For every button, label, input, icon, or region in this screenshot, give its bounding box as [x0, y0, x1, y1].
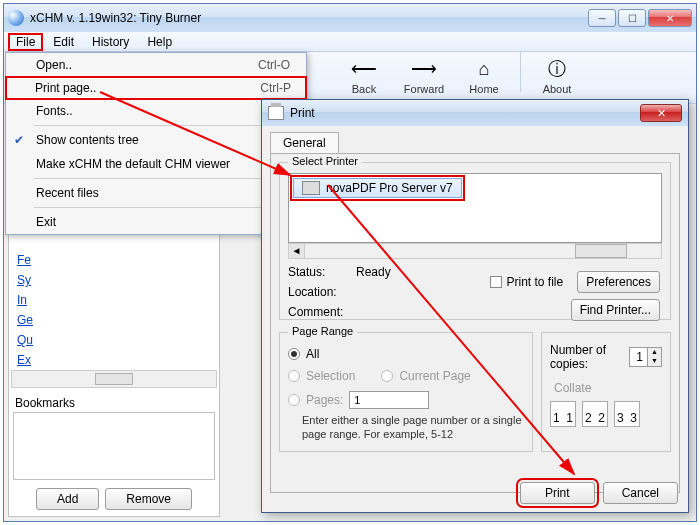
- radio-pages: Pages:: [288, 391, 524, 409]
- dialog-title: Print: [290, 106, 640, 120]
- tab-general[interactable]: General: [270, 132, 339, 153]
- radio-selection: Selection: [288, 369, 355, 383]
- copies-spinner[interactable]: 1 ▲▼: [629, 347, 662, 367]
- group-label: Select Printer: [288, 155, 362, 167]
- toolbar-about[interactable]: ⓘ About: [529, 52, 585, 100]
- back-icon: ⟵: [352, 57, 376, 81]
- group-copies: Number of copies: 1 ▲▼ Collate 11 22 33: [541, 332, 671, 452]
- checkbox-icon: [490, 276, 502, 288]
- radio-icon: [288, 370, 300, 382]
- radio-all[interactable]: All: [288, 347, 524, 361]
- scroll-thumb[interactable]: [575, 244, 627, 258]
- remove-button[interactable]: Remove: [105, 488, 192, 510]
- group-select-printer: Select Printer novaPDF Pro Server v7 ◄ S…: [279, 162, 671, 320]
- add-button[interactable]: Add: [36, 488, 99, 510]
- menu-open[interactable]: Open.. Ctrl-O: [6, 53, 306, 77]
- check-icon: ✔: [14, 133, 24, 147]
- bookmarks-label: Bookmarks: [15, 396, 75, 410]
- contents-hscroll[interactable]: [11, 370, 217, 388]
- app-icon: [8, 10, 24, 26]
- copies-value: 1: [630, 348, 647, 366]
- bookmarks-list[interactable]: [13, 412, 215, 480]
- list-item[interactable]: Sy: [11, 270, 217, 290]
- status-value: Ready: [356, 265, 391, 279]
- home-icon: ⌂: [472, 57, 496, 81]
- printer-list[interactable]: novaPDF Pro Server v7: [288, 173, 662, 243]
- titlebar: xCHM v. 1.19win32: Tiny Burner ─ ☐ ✕: [4, 4, 696, 32]
- page-icon: 11: [550, 401, 576, 427]
- list-item[interactable]: Ex: [11, 350, 217, 368]
- scroll-left-icon[interactable]: ◄: [289, 244, 305, 258]
- menu-file[interactable]: File: [8, 33, 43, 51]
- dialog-titlebar: Print ✕: [262, 100, 688, 126]
- collate-checkbox: Collate: [550, 381, 662, 395]
- list-item[interactable]: Fe: [11, 250, 217, 270]
- minimize-button[interactable]: ─: [588, 9, 616, 27]
- window-title: xCHM v. 1.19win32: Tiny Burner: [30, 11, 588, 25]
- cancel-button[interactable]: Cancel: [603, 482, 678, 504]
- radio-icon: [381, 370, 393, 382]
- toolbar-home[interactable]: ⌂ Home: [456, 52, 512, 100]
- printer-name: novaPDF Pro Server v7: [326, 181, 453, 195]
- printer-item-novapdf[interactable]: novaPDF Pro Server v7: [293, 178, 462, 198]
- radio-current-page: Current Page: [381, 369, 470, 383]
- page-icon: 22: [582, 401, 608, 427]
- group-label: Page Range: [288, 325, 357, 337]
- radio-icon: [288, 348, 300, 360]
- find-printer-button[interactable]: Find Printer...: [571, 299, 660, 321]
- printer-hscroll[interactable]: ◄: [288, 243, 662, 259]
- menu-edit[interactable]: Edit: [45, 33, 82, 51]
- location-label: Location:: [288, 285, 346, 299]
- print-button[interactable]: Print: [520, 482, 595, 504]
- page-range-hint: Enter either a single page number or a s…: [288, 413, 524, 442]
- print-dialog: Print ✕ General Select Printer novaPDF P…: [261, 99, 689, 513]
- preferences-button[interactable]: Preferences: [577, 271, 660, 293]
- spin-down-icon[interactable]: ▼: [647, 357, 661, 366]
- list-item[interactable]: In: [11, 290, 217, 310]
- toolbar-back[interactable]: ⟵ Back: [336, 52, 392, 100]
- status-label: Status:: [288, 265, 346, 279]
- page-icon: 33: [614, 401, 640, 427]
- close-button[interactable]: ✕: [648, 9, 692, 27]
- collate-preview: 11 22 33: [550, 401, 662, 427]
- menu-history[interactable]: History: [84, 33, 137, 51]
- menu-print-page[interactable]: Print page.. Ctrl-P: [5, 76, 307, 100]
- list-item[interactable]: Qu: [11, 330, 217, 350]
- pages-input[interactable]: [349, 391, 429, 409]
- dialog-close-button[interactable]: ✕: [640, 104, 682, 122]
- printer-icon: [268, 106, 284, 120]
- menubar: File Edit History Help: [4, 32, 696, 52]
- tab-body: Select Printer novaPDF Pro Server v7 ◄ S…: [270, 153, 680, 493]
- menu-help[interactable]: Help: [139, 33, 180, 51]
- comment-label: Comment:: [288, 305, 346, 319]
- toolbar-separator: [520, 52, 521, 92]
- toolbar-forward[interactable]: ⟶ Forward: [396, 52, 452, 100]
- radio-icon: [288, 394, 300, 406]
- list-item[interactable]: Ge: [11, 310, 217, 330]
- maximize-button[interactable]: ☐: [618, 9, 646, 27]
- print-to-file-checkbox[interactable]: Print to file Preferences: [490, 271, 660, 293]
- forward-icon: ⟶: [412, 57, 436, 81]
- copies-label: Number of copies:: [550, 343, 623, 371]
- group-page-range: Page Range All Selection Current Page Pa…: [279, 332, 533, 452]
- info-icon: ⓘ: [545, 57, 569, 81]
- spin-up-icon[interactable]: ▲: [647, 348, 661, 357]
- printer-icon: [302, 181, 320, 195]
- tab-strip: General: [262, 126, 688, 153]
